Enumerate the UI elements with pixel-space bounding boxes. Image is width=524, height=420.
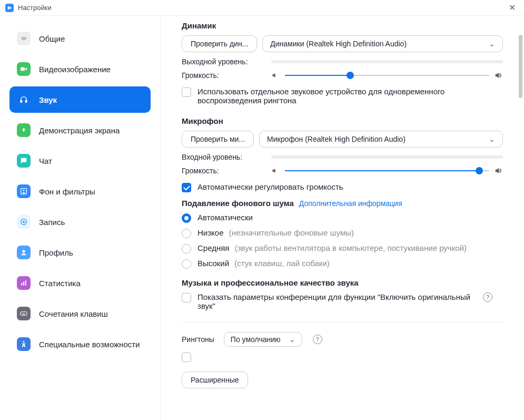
sidebar-item-shortcuts[interactable]: Сочетания клавиш [9,300,151,327]
noise-medium-hint: (звук работы вентилятора в компьютере, п… [235,243,467,252]
test-mic-button[interactable]: Проверить ми... [182,131,254,148]
window-title: Настройки [18,4,52,12]
noise-high-hint: (стук клавиш, лай собаки) [234,259,329,268]
chat-icon [17,154,31,168]
volume-low-icon [271,167,280,174]
stats-icon [17,276,31,290]
sidebar-item-label: Профиль [39,248,73,257]
noise-auto-radio[interactable] [182,213,191,223]
sidebar-item-label: Звук [39,95,57,104]
sidebar: Общие Видеоизображение Звук Демонстрация… [0,16,161,420]
test-speaker-button[interactable]: Проверить дин... [182,35,257,52]
sidebar-item-video[interactable]: Видеоизображение [9,56,151,82]
noise-medium-radio[interactable] [182,244,191,253]
advanced-button[interactable]: Расширенные [182,372,248,388]
sidebar-item-background[interactable]: Фон и фильтры [9,178,151,204]
speaker-volume-label: Громкость: [182,71,266,80]
sidebar-item-recording[interactable]: Запись [9,209,151,235]
auto-adjust-volume-label: Автоматически регулировать громкость [197,182,343,191]
help-icon[interactable]: ? [313,335,322,344]
speaker-volume-slider[interactable] [271,72,503,79]
chevron-down-icon: ⌄ [289,335,295,344]
content-pane: Динамик Проверить дин... Динамики (Realt… [161,16,524,420]
svg-point-13 [24,313,25,314]
noise-low-radio[interactable] [182,229,191,238]
scrollbar-thumb[interactable] [519,35,522,98]
sidebar-item-audio[interactable]: Звук [9,86,151,113]
input-level-meter [271,155,503,159]
ringtone-select[interactable]: По умолчанию ⌄ [224,332,302,347]
svg-point-6 [22,250,25,252]
separate-ringtone-device-checkbox[interactable] [182,87,191,97]
noise-more-info-link[interactable]: Дополнительная информация [299,199,402,208]
titlebar: Настройки ✕ [0,0,524,16]
mic-volume-slider[interactable] [271,167,503,174]
svg-rect-9 [25,280,26,285]
record-icon [17,215,31,229]
noise-high-radio[interactable] [182,259,191,269]
chevron-down-icon: ⌄ [489,135,495,143]
app-icon [5,4,14,12]
ringtone-value: По умолчанию [231,335,281,344]
mic-device-select[interactable]: Микрофон (Realtek High Definition Audio)… [259,131,503,148]
noise-low-hint: (незначительные фоновые шумы) [229,228,354,237]
sidebar-item-label: Запись [39,218,65,227]
svg-rect-7 [21,283,22,286]
svg-rect-14 [22,314,25,315]
svg-point-3 [23,190,25,191]
svg-point-11 [22,313,22,314]
sidebar-item-label: Фон и фильтры [39,187,95,196]
noise-suppression-title: Подавление фонового шума [182,199,294,208]
speaker-title: Динамик [182,21,503,30]
mic-device-value: Микрофон (Realtek High Definition Audio) [267,135,406,143]
svg-point-12 [23,313,24,314]
close-icon[interactable]: ✕ [506,2,519,14]
divider [182,322,503,323]
sidebar-item-statistics[interactable]: Статистика [9,270,151,296]
share-screen-icon [17,123,31,137]
svg-rect-8 [23,281,24,285]
music-section-title: Музыка и профессиональное качество звука [182,278,503,287]
sidebar-item-label: Видеоизображение [39,65,111,74]
speaker-section: Динамик Проверить дин... Динамики (Realt… [182,21,503,105]
gear-icon [17,32,31,45]
sidebar-item-label: Чат [39,157,52,165]
noise-low-label: Низкое [197,228,224,237]
unknown-checkbox[interactable] [182,353,191,362]
mic-volume-label: Громкость: [182,167,266,175]
input-level-label: Входной уровень: [182,153,266,161]
help-icon[interactable]: ? [483,292,492,302]
noise-medium-label: Средняя [197,243,229,252]
original-sound-checkbox[interactable] [182,293,191,302]
profile-icon [17,246,31,259]
keyboard-icon [17,307,31,320]
noise-auto-label: Автоматически [197,213,253,222]
sidebar-item-profile[interactable]: Профиль [9,239,151,266]
auto-adjust-volume-checkbox[interactable] [182,183,191,192]
speaker-device-value: Динамики (Realtek High Definition Audio) [270,40,407,48]
svg-rect-10 [21,312,27,316]
svg-point-15 [23,341,25,343]
sidebar-item-label: Специальные возможности [39,340,140,349]
speaker-device-select[interactable]: Динамики (Realtek High Definition Audio)… [262,35,503,52]
mic-section: Микрофон Проверить ми... Микрофон (Realt… [182,116,503,310]
volume-high-icon [495,167,503,174]
sidebar-item-general[interactable]: Общие [9,25,151,52]
original-sound-label: Показать параметры конференции для функц… [197,292,471,310]
svg-rect-0 [21,100,22,102]
sidebar-item-chat[interactable]: Чат [9,148,151,174]
sidebar-item-accessibility[interactable]: Специальные возможности [9,331,151,357]
sidebar-item-label: Статистика [39,279,81,288]
svg-rect-1 [25,100,27,102]
ringtone-label: Рингтоны [182,335,214,344]
sidebar-item-label: Сочетания клавиш [39,309,108,318]
background-icon [17,184,31,198]
accessibility-icon [17,337,31,351]
headphones-icon [17,93,31,106]
mic-title: Микрофон [182,116,503,125]
sidebar-item-screenshare[interactable]: Демонстрация экрана [9,117,151,143]
sidebar-item-label: Общие [39,34,65,43]
video-icon [17,62,31,76]
volume-low-icon [271,72,280,79]
separate-ringtone-device-label: Использовать отдельное звуковое устройст… [197,87,461,105]
